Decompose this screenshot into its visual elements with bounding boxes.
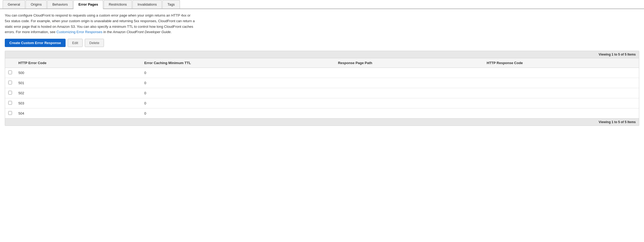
row-checkbox-cell <box>5 78 15 88</box>
cell-http-error-code: 504 <box>15 108 141 119</box>
col-header-http-error-code: HTTP Error Code <box>15 58 141 68</box>
table-row: 5040 <box>5 108 639 119</box>
cell-http-error-code: 500 <box>15 68 141 78</box>
cell-error-caching-ttl: 0 <box>141 98 335 108</box>
tab-invalidations[interactable]: Invalidations <box>132 0 162 9</box>
cell-response-page-path <box>335 108 484 119</box>
main-content: You can configure CloudFront to respond … <box>0 13 644 131</box>
viewing-label-top: Viewing 1 to 5 of 5 Items <box>599 53 636 56</box>
cell-error-caching-ttl: 0 <box>141 78 335 88</box>
cell-error-caching-ttl: 0 <box>141 68 335 78</box>
cell-http-response-code <box>484 98 639 108</box>
table-header-bar: Viewing 1 to 5 of 5 Items <box>5 51 639 58</box>
tab-behaviors[interactable]: Behaviors <box>47 0 73 9</box>
data-table: HTTP Error Code Error Caching Minimum TT… <box>5 58 639 118</box>
create-custom-error-response-button[interactable]: Create Custom Error Response <box>5 39 66 47</box>
table-row: 5000 <box>5 68 639 78</box>
row-checkbox-4[interactable] <box>8 111 12 115</box>
row-checkbox-0[interactable] <box>8 71 12 74</box>
row-checkbox-3[interactable] <box>8 101 12 105</box>
cell-error-caching-ttl: 0 <box>141 88 335 98</box>
viewing-label-bottom: Viewing 1 to 5 of 5 Items <box>599 120 636 124</box>
row-checkbox-cell <box>5 108 15 119</box>
cell-http-error-code: 502 <box>15 88 141 98</box>
table-row: 5010 <box>5 78 639 88</box>
cell-http-response-code <box>484 68 639 78</box>
description-part2: in the <box>102 30 113 34</box>
row-checkbox-2[interactable] <box>8 91 12 95</box>
delete-button[interactable]: Delete <box>85 39 104 47</box>
cell-http-response-code <box>484 108 639 119</box>
edit-button[interactable]: Edit <box>68 39 83 47</box>
description-text: You can configure CloudFront to respond … <box>5 13 197 35</box>
row-checkbox-cell <box>5 88 15 98</box>
row-checkbox-cell <box>5 68 15 78</box>
customizing-error-responses-link[interactable]: Customizing Error Responses <box>57 30 103 34</box>
cell-response-page-path <box>335 78 484 88</box>
cell-http-error-code: 503 <box>15 98 141 108</box>
tab-tags[interactable]: Tags <box>162 0 180 9</box>
tab-origins[interactable]: Origins <box>26 0 47 9</box>
tabs-bar: General Origins Behaviors Error Pages Re… <box>0 0 644 9</box>
cell-http-response-code <box>484 78 639 88</box>
row-checkbox-1[interactable] <box>8 81 12 84</box>
col-header-error-caching-ttl: Error Caching Minimum TTL <box>141 58 335 68</box>
col-header-http-response-code: HTTP Response Code <box>484 58 639 68</box>
table-row: 5030 <box>5 98 639 108</box>
description-italic: Amazon CloudFront Developer Guide <box>113 30 171 34</box>
row-checkbox-cell <box>5 98 15 108</box>
table-footer-bar: Viewing 1 to 5 of 5 Items <box>5 118 639 126</box>
tab-general[interactable]: General <box>3 0 25 9</box>
cell-http-response-code <box>484 88 639 98</box>
cell-http-error-code: 501 <box>15 78 141 88</box>
table-wrapper: Viewing 1 to 5 of 5 Items HTTP Error Cod… <box>5 51 639 126</box>
cell-response-page-path <box>335 98 484 108</box>
table-header-row: HTTP Error Code Error Caching Minimum TT… <box>5 58 639 68</box>
description-part3: . <box>171 30 172 34</box>
table-row: 5020 <box>5 88 639 98</box>
cell-error-caching-ttl: 0 <box>141 108 335 119</box>
cell-response-page-path <box>335 88 484 98</box>
tab-restrictions[interactable]: Restrictions <box>104 0 132 9</box>
col-header-checkbox <box>5 58 15 68</box>
toolbar: Create Custom Error Response Edit Delete <box>5 39 639 47</box>
col-header-response-page-path: Response Page Path <box>335 58 484 68</box>
tab-error-pages[interactable]: Error Pages <box>73 0 103 9</box>
cell-response-page-path <box>335 68 484 78</box>
